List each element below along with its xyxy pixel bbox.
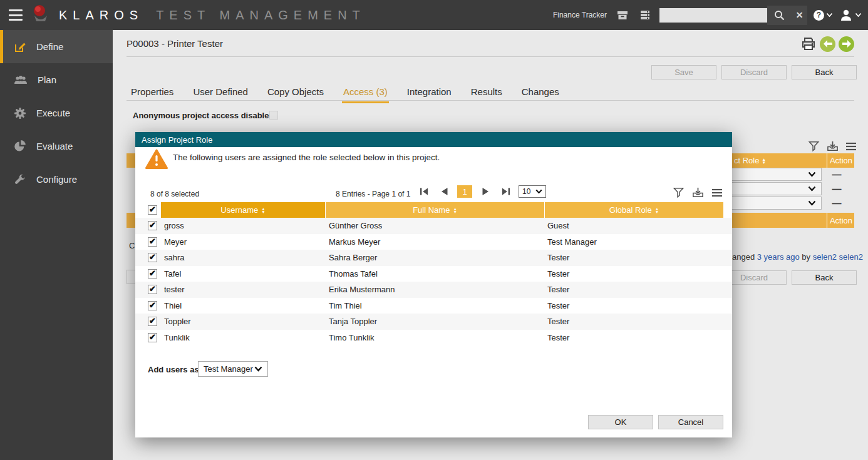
app-window: KLAROS TEST MANAGEMENT Finance Tracker [0,0,868,460]
cell-global-role: Guest [545,221,732,230]
user-menu[interactable] [839,8,862,22]
cell-username: Meyer [161,237,326,247]
row-checkbox[interactable] [148,269,157,279]
row-checkbox[interactable] [148,317,157,326]
table-menu-icon[interactable] [845,141,857,151]
menu-hamburger-icon[interactable] [9,9,23,21]
sidebar: Define Plan Execute Evaluate [0,30,113,460]
entries-summary: 8 Entries - Page 1 of 1 [336,190,410,198]
select-all-checkbox[interactable] [148,205,157,215]
remove-role-icon[interactable]: — [830,198,843,208]
table-menu-icon[interactable] [711,188,723,198]
help-menu[interactable]: ? [814,10,833,21]
table-row: Thiel Tim Thiel Tester [135,298,732,314]
table-row: sahra Sahra Berger Tester [135,250,732,266]
sidebar-item-label: Evaluate [36,141,73,151]
user-icon [839,8,853,22]
clear-search-icon[interactable]: ✕ [796,10,803,20]
next-page-icon[interactable] [478,185,492,198]
wrench-icon [14,173,26,186]
tabs-divider [127,100,854,101]
topbar-right-cluster: Finance Tracker ✕ [553,0,862,30]
changed-time-link[interactable]: 3 years ago [757,252,800,262]
action-column-footer: Action [827,216,855,225]
row-checkbox[interactable] [148,285,157,294]
back-button-lower[interactable]: Back [792,270,857,285]
add-users-role-select[interactable]: Test Manager [198,361,268,377]
global-role-column-header[interactable]: Global Role ▲▼ [545,202,723,218]
changed-user-link[interactable]: selen2 selen2 [813,252,863,262]
search-buttons: ✕ [767,6,807,25]
sort-icon: ▲▼ [655,207,659,213]
title-actions [800,36,854,52]
chevron-down-icon [808,200,816,206]
sidebar-item-label: Execute [36,108,70,118]
next-item-icon[interactable] [839,36,854,52]
row-checkbox[interactable] [148,333,157,342]
server-list-icon[interactable] [637,7,653,23]
current-project-label[interactable]: Finance Tracker [553,11,607,19]
filter-icon[interactable] [673,187,685,198]
row-checkbox[interactable] [148,221,157,230]
save-button[interactable]: Save [651,65,716,79]
search-input[interactable] [659,8,767,23]
filter-icon[interactable] [808,140,820,152]
page-size-select[interactable]: 10 [519,185,546,198]
search-icon[interactable] [772,7,788,23]
pagination: 1 10 [417,185,546,198]
username-column-header[interactable]: Username ▲▼ [161,202,326,218]
remove-role-icon[interactable]: — [830,169,843,180]
dialog-table-toolbar-icons [673,187,723,198]
table-row: Meyer Markus Meyer Test Manager [135,234,732,250]
table-row: gross Günther Gross Guest [135,218,732,234]
gear-icon [14,107,26,120]
brand-suffix: TEST MANAGEMENT [156,8,366,23]
people-icon [14,74,28,86]
table-row: Tunklik Timo Tunklik Tester [135,330,732,346]
row-checkbox[interactable] [148,253,157,262]
first-page-icon[interactable] [417,185,431,198]
help-icon: ? [814,10,824,21]
cell-full-name: Thomas Tafel [326,269,545,279]
download-icon[interactable] [692,187,704,198]
remove-role-icon[interactable]: — [830,183,843,194]
previous-item-icon[interactable] [820,36,835,52]
row-checkbox[interactable] [148,301,157,310]
title-divider [127,56,854,57]
cancel-button[interactable]: Cancel [658,415,723,429]
cell-global-role: Tester [545,285,732,294]
current-page-indicator[interactable]: 1 [457,185,472,198]
download-icon[interactable] [827,140,839,152]
cell-username: gross [161,221,326,230]
sidebar-item-plan[interactable]: Plan [0,63,113,96]
sidebar-item-execute[interactable]: Execute [0,96,113,130]
table-row: Toppler Tanja Toppler Tester [135,314,732,330]
full-name-column-header[interactable]: Full Name ▲▼ [326,202,545,218]
cell-full-name: Tanja Toppler [326,317,545,326]
project-role-column-header[interactable]: ct Role ▲▼ [734,156,766,165]
dialog-titlebar[interactable]: Assign Project Role [135,132,732,147]
discard-button[interactable]: Discard [721,65,787,79]
ok-button[interactable]: OK [588,415,653,429]
row-checkbox[interactable] [148,237,157,247]
sidebar-item-label: Define [36,41,63,52]
table-row: Tafel Thomas Tafel Tester [135,266,732,282]
brand-title: KLAROS TEST MANAGEMENT [59,0,366,30]
sidebar-item-evaluate[interactable]: Evaluate [0,130,113,163]
add-users-as-label: Add users as [148,365,199,374]
users-table-header: Username ▲▼ Full Name ▲▼ Global Role ▲▼ [135,202,732,218]
cell-full-name: Markus Meyer [326,237,545,247]
last-page-icon[interactable] [499,185,512,198]
archive-icon[interactable] [614,7,631,23]
sort-icon: ▲▼ [453,207,457,213]
sort-icon: ▲▼ [762,158,765,164]
previous-page-icon[interactable] [437,185,451,198]
chevron-down-icon [826,13,833,18]
sidebar-item-configure[interactable]: Configure [0,163,113,196]
print-icon[interactable] [800,36,817,52]
anonymous-access-checkbox[interactable] [269,111,278,120]
search-area: ✕ [659,6,807,25]
brand-name: KLAROS [59,8,143,23]
back-button[interactable]: Back [792,65,857,79]
sidebar-item-define[interactable]: Define [0,30,113,63]
